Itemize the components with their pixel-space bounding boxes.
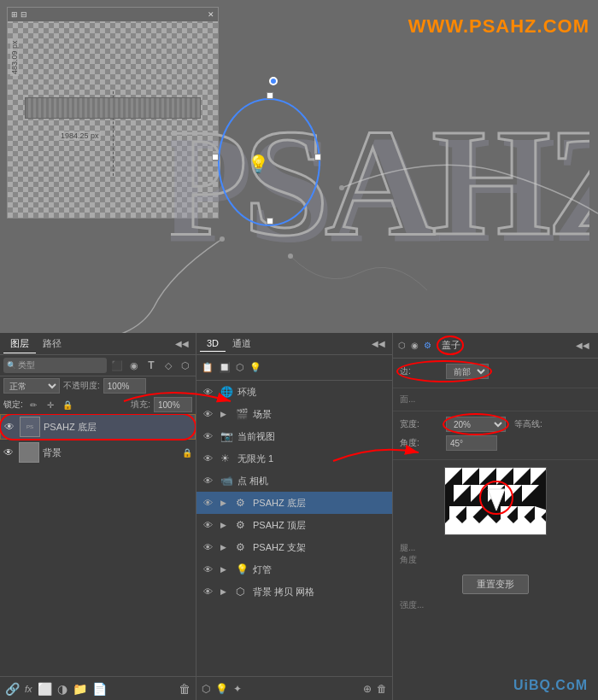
transform-handle-right[interactable] xyxy=(314,154,321,160)
prop-icon3-active[interactable]: ⚙ xyxy=(424,341,431,350)
layers-collapse[interactable]: ◀◀ xyxy=(172,339,192,348)
fill-input[interactable] xyxy=(154,397,192,412)
3d-light-icon[interactable]: 💡 xyxy=(249,362,261,373)
eye-psahz-top[interactable]: 👁 xyxy=(203,520,215,530)
tab-channel[interactable]: 通道 xyxy=(226,335,258,353)
3d-item-psahz-top[interactable]: 👁 ▶ ⚙ PSAHZ 顶层 xyxy=(196,514,392,536)
label-scene: 场景 xyxy=(253,408,272,421)
reset-deform-button[interactable]: 重置变形 xyxy=(462,575,529,594)
canvas-area: 1984.25 px 483.09 px 1984.25 px ⊞ ⊟ ✕ WW… xyxy=(0,0,598,333)
layer-eye-bg[interactable]: 👁 xyxy=(3,446,15,458)
eye-bg-mesh[interactable]: 👁 xyxy=(203,586,215,597)
3d-item-lamp[interactable]: 👁 ▶ 💡 灯管 xyxy=(196,558,392,580)
filter-smart-icon[interactable]: ⬡ xyxy=(179,359,192,372)
prop-icon1[interactable]: ⬡ xyxy=(398,341,406,350)
small-window-close[interactable]: ✕ xyxy=(208,10,214,19)
filter-adjust-icon[interactable]: ◉ xyxy=(127,359,141,372)
3d-scene-icon[interactable]: 📋 xyxy=(202,362,214,373)
lock-pixel-icon[interactable]: ✏ xyxy=(26,398,40,411)
eye-lamp[interactable]: 👁 xyxy=(203,564,215,575)
adjustment-icon[interactable]: ◑ xyxy=(57,682,67,696)
layer-background[interactable]: 👁 背景 🔒 xyxy=(0,440,196,465)
angle-row: 角度: xyxy=(400,435,591,451)
angle-input[interactable] xyxy=(446,435,497,451)
3d-item-environment[interactable]: 👁 🌐 环境 xyxy=(196,381,392,403)
3d-item-bg-mesh[interactable]: 👁 ▶ ⬡ 背景 拷贝 网格 xyxy=(196,580,392,603)
icon-psahz-bracket: ⚙ xyxy=(236,541,248,553)
rotation-handle[interactable] xyxy=(269,77,278,85)
layer-psahz-bottom[interactable]: 👁 PS PSAHZ 底层 xyxy=(0,414,196,440)
eye-environment[interactable]: 👁 xyxy=(203,387,215,397)
3d-item-psahz-bracket[interactable]: 👁 ▶ ⚙ PSAHZ 支架 xyxy=(196,536,392,558)
layers-filter-bar: 🔍 类型 ⬛ ◉ T ◇ ⬡ xyxy=(0,355,196,376)
fx-icon[interactable]: fx xyxy=(25,684,32,694)
transform-handle-bottom[interactable] xyxy=(267,218,273,225)
tab-paths[interactable]: 路径 xyxy=(36,335,68,353)
tab-3d[interactable]: 3D xyxy=(200,335,226,352)
3d-item-infinite-light[interactable]: 👁 ☀ 无限光 1 xyxy=(196,447,392,470)
mid-collapse[interactable]: ◀◀ xyxy=(368,339,389,348)
padding-label: 腿... xyxy=(400,542,591,554)
props-collapse[interactable]: ◀◀ xyxy=(572,341,593,350)
expand-psahz-bottom[interactable]: ▶ xyxy=(220,499,231,507)
prop-icon2[interactable]: ◉ xyxy=(411,341,419,350)
eye-view[interactable]: 👁 xyxy=(203,431,215,441)
dim-width2: 1984.25 px xyxy=(59,131,101,140)
dim-height: 483.09 px xyxy=(10,38,19,76)
properties-top-bar: ⬡ ◉ ⚙ 盖子 ◀◀ xyxy=(393,333,598,359)
tab-layers[interactable]: 图层 xyxy=(3,335,36,353)
strength-label: 强度... xyxy=(400,600,424,610)
small-window-titlebar: ⊞ ⊟ ✕ xyxy=(8,8,218,21)
mask-icon[interactable]: ⬜ xyxy=(38,682,52,696)
blend-mode-select[interactable]: 正常 溶解 正片叠底 xyxy=(3,378,60,394)
opacity-input[interactable] xyxy=(103,378,146,394)
filter-shape-icon[interactable]: ◇ xyxy=(161,359,175,372)
eye-camera[interactable]: 👁 xyxy=(203,475,215,486)
layer-search[interactable]: 🔍 类型 xyxy=(3,358,107,373)
3d-item-camera[interactable]: 👁 📹 点 相机 xyxy=(196,470,392,492)
3d-mesh-icon[interactable]: 🔲 xyxy=(219,362,231,373)
filter-text-icon[interactable]: T xyxy=(144,359,158,372)
label-psahz-bracket: PSAHZ 支架 xyxy=(253,541,306,554)
bevel-preview xyxy=(444,467,547,535)
light-add-btn[interactable]: 💡 xyxy=(215,683,228,695)
delete-layer-icon[interactable]: 🗑 xyxy=(179,682,191,696)
filter-pixel-icon[interactable]: ⬛ xyxy=(110,359,124,372)
layer-name-psahz: PSAHZ 底层 xyxy=(44,421,191,434)
render-btn[interactable]: ⬡ xyxy=(202,683,210,695)
search-icon: 🔍 xyxy=(7,361,16,370)
lock-all-icon[interactable]: 🔒 xyxy=(61,398,74,411)
eye-scene[interactable]: 👁 xyxy=(203,409,215,419)
layer-eye-psahz[interactable]: 👁 xyxy=(4,421,16,433)
eye-light[interactable]: 👁 xyxy=(203,453,215,464)
psahz-canvas-text: PSAHZ PSAHZ 💡 xyxy=(171,51,589,324)
eye-psahz-bracket[interactable]: 👁 xyxy=(203,542,215,552)
width-section: 宽度: 20% 10% 30% 50% 等高线: 角度: xyxy=(393,411,598,460)
3d-new-obj-btn[interactable]: ✦ xyxy=(233,683,242,695)
3d-item-psahz-bottom[interactable]: 👁 ▶ ⚙ PSAHZ 底层 xyxy=(196,492,392,514)
layers-list: 👁 PS PSAHZ 底层 👁 背景 🔒 xyxy=(0,414,196,676)
expand-lamp[interactable]: ▶ xyxy=(220,565,231,574)
expand-psahz-top[interactable]: ▶ xyxy=(220,521,231,529)
transform-handle-left[interactable] xyxy=(212,154,219,160)
3d-item-view[interactable]: 👁 📷 当前视图 xyxy=(196,425,392,447)
3d-del-icon[interactable]: 🗑 xyxy=(377,683,387,695)
search-type-label: 类型 xyxy=(18,359,35,371)
3d-material-icon[interactable]: ⬡ xyxy=(236,362,244,373)
edge-select[interactable]: 前部 后部 侧面 xyxy=(446,364,489,379)
eye-psahz-bottom[interactable]: 👁 xyxy=(203,498,215,508)
3d-item-scene[interactable]: 👁 ▶ 🎬 场景 xyxy=(196,403,392,425)
link-icon[interactable]: 🔗 xyxy=(5,682,20,696)
new-layer-icon[interactable]: 📄 xyxy=(92,682,107,696)
expand-psahz-bracket[interactable]: ▶ xyxy=(220,543,231,551)
icon-light: ☀ xyxy=(220,452,232,464)
3d-add-icon[interactable]: ⊕ xyxy=(363,683,372,695)
icon-camera: 📹 xyxy=(220,475,232,487)
transform-handle-top[interactable] xyxy=(267,92,273,99)
folder-icon[interactable]: 📁 xyxy=(73,682,87,696)
expand-bg-mesh[interactable]: ▶ xyxy=(220,587,231,596)
icon-bg-mesh: ⬡ xyxy=(236,586,248,598)
lock-move-icon[interactable]: ✛ xyxy=(44,398,57,411)
expand-scene[interactable]: ▶ xyxy=(220,410,231,418)
width-select[interactable]: 20% 10% 30% 50% xyxy=(446,417,506,432)
